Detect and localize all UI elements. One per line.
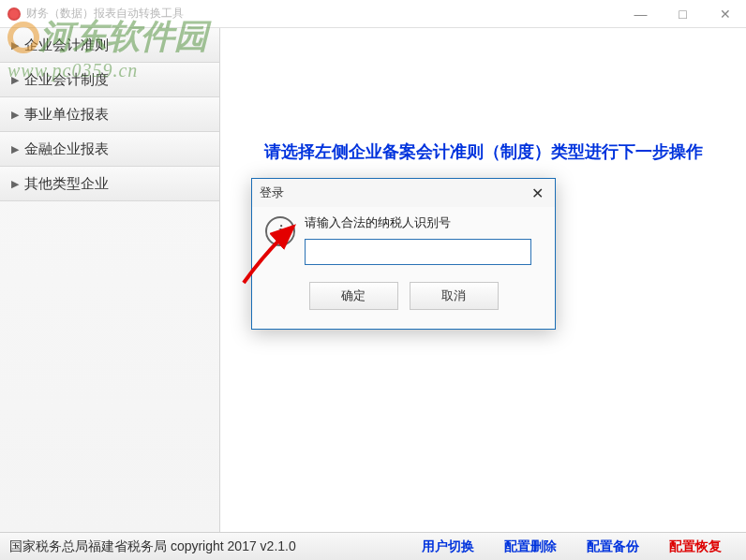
dialog-titlebar: 登录 ✕: [252, 179, 555, 207]
ok-button[interactable]: 确定: [309, 282, 398, 310]
window-titlebar: 财务（数据）报表自动转换工具 — □ ✕: [0, 0, 746, 28]
dialog-message: 请输入合法的纳税人识别号: [305, 214, 531, 231]
sidebar-item-label: 事业单位报表: [24, 106, 109, 124]
chevron-right-icon: ▶: [11, 178, 19, 190]
switch-user-link[interactable]: 用户切换: [422, 538, 474, 555]
copyright-text: 国家税务总局福建省税务局 copyright 2017 v2.1.0: [9, 538, 296, 555]
main-hint-text: 请选择左侧企业备案会计准则（制度）类型进行下一步操作: [264, 140, 703, 163]
sidebar-item-label: 企业会计准则: [24, 37, 109, 54]
sidebar-item-financial-report[interactable]: ▶ 金融企业报表: [0, 132, 219, 167]
chevron-right-icon: ▶: [11, 74, 19, 86]
chevron-right-icon: ▶: [11, 39, 19, 52]
sidebar-item-other-enterprise[interactable]: ▶ 其他类型企业: [0, 167, 219, 201]
status-bar: 国家税务总局福建省税务局 copyright 2017 v2.1.0 用户切换 …: [0, 532, 746, 560]
cancel-button[interactable]: 取消: [410, 282, 499, 310]
maximize-button[interactable]: □: [662, 1, 704, 27]
info-icon: i: [265, 216, 295, 246]
sidebar-item-enterprise-system[interactable]: ▶ 企业会计制度: [0, 63, 219, 97]
sidebar-item-label: 金融企业报表: [24, 140, 109, 158]
config-backup-link[interactable]: 配置备份: [587, 538, 639, 555]
close-button[interactable]: ✕: [704, 1, 746, 27]
sidebar-item-institution-report[interactable]: ▶ 事业单位报表: [0, 97, 219, 132]
minimize-button[interactable]: —: [619, 1, 662, 27]
chevron-right-icon: ▶: [11, 143, 19, 155]
config-delete-link[interactable]: 配置删除: [504, 538, 557, 555]
chevron-right-icon: ▶: [11, 109, 19, 121]
sidebar: ▶ 企业会计准则 ▶ 企业会计制度 ▶ 事业单位报表 ▶ 金融企业报表 ▶ 其他…: [0, 28, 220, 532]
config-restore-link[interactable]: 配置恢复: [669, 538, 722, 555]
login-dialog: 登录 ✕ i 请输入合法的纳税人识别号 确定 取消: [251, 178, 556, 330]
sidebar-item-enterprise-standards[interactable]: ▶ 企业会计准则: [0, 28, 219, 63]
dialog-title-text: 登录: [260, 184, 284, 201]
window-title: 财务（数据）报表自动转换工具: [26, 6, 184, 22]
app-icon: [7, 7, 21, 21]
taxpayer-id-input[interactable]: [305, 239, 531, 265]
sidebar-item-label: 企业会计制度: [24, 71, 109, 89]
sidebar-item-label: 其他类型企业: [24, 175, 109, 193]
dialog-close-button[interactable]: ✕: [528, 184, 547, 202]
